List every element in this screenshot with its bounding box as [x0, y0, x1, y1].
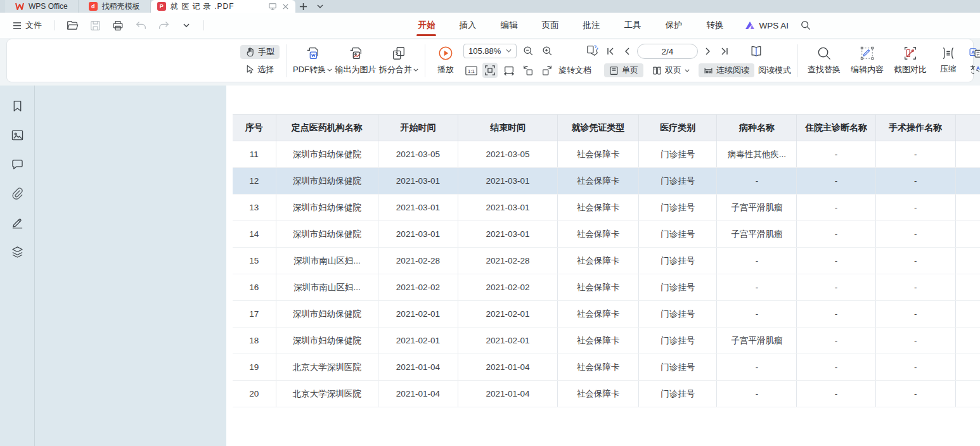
menu-tab[interactable]: 页面 — [530, 16, 570, 35]
tab-docer[interactable]: d 找稻壳模板 — [79, 0, 151, 13]
continuous-reading-button[interactable]: 连续阅读 — [699, 63, 754, 77]
new-tab-button[interactable] — [295, 0, 312, 13]
first-page-button[interactable] — [604, 45, 617, 58]
split-merge-button[interactable]: 拆分合并 — [379, 44, 418, 77]
table-row[interactable]: 17 深圳市妇幼保健院 2021-02-01 2021-02-01 社会保障卡 … — [233, 301, 980, 328]
tab-document[interactable]: P 就 医 记 录 .PDF — [151, 0, 295, 13]
attachment-icon[interactable] — [10, 186, 25, 201]
play-icon — [438, 46, 453, 61]
table-row[interactable]: 16 深圳市南山区妇... 2021-02-02 2021-02-02 社会保障… — [233, 274, 980, 301]
actual-size-button[interactable]: 1:1 — [463, 63, 479, 78]
translate-group: A 全文翻译 A 划词翻译 — [969, 47, 980, 75]
rotate-document-label[interactable]: 旋转文档 — [558, 65, 591, 76]
layers-icon[interactable] — [10, 244, 25, 259]
hand-tool-button[interactable]: 手型 — [240, 45, 280, 59]
page-indicator-input[interactable]: 2/4 — [637, 44, 698, 59]
monitor-icon[interactable] — [268, 3, 277, 11]
zoom-in-button[interactable] — [539, 43, 555, 58]
file-menu-button[interactable]: 文件 — [9, 17, 46, 34]
cell-operation: - — [875, 274, 955, 301]
play-button[interactable]: 播放 — [432, 44, 460, 77]
rotate-right-button[interactable] — [539, 63, 555, 78]
menu-tab[interactable]: 保护 — [654, 16, 693, 35]
previous-page-button[interactable] — [621, 45, 633, 58]
bookmark-icon[interactable] — [10, 98, 25, 113]
wps-ai-button[interactable]: WPS AI — [745, 21, 789, 30]
table-row[interactable]: 13 深圳市妇幼保健院 2021-03-01 2021-03-01 社会保障卡 … — [233, 194, 980, 221]
cell-org: 深圳市妇幼保健院 — [276, 194, 378, 221]
search-icon[interactable] — [797, 17, 814, 34]
cell-cert: 社会保障卡 — [557, 248, 638, 274]
read-mode-label[interactable]: 阅读模式 — [758, 65, 791, 76]
comment-icon[interactable] — [10, 156, 25, 172]
single-page-button[interactable]: 单页 — [604, 63, 643, 77]
next-page-button[interactable] — [702, 45, 714, 58]
find-replace-button[interactable]: 查找替换 — [804, 45, 844, 77]
table-row[interactable]: 18 深圳市妇幼保健院 2021-02-01 2021-02-01 社会保障卡 … — [233, 328, 980, 354]
thumbnail-icon[interactable] — [10, 127, 25, 143]
compress-button[interactable]: 压缩 — [934, 45, 963, 76]
signature-pen-icon[interactable] — [10, 215, 25, 230]
print-button[interactable] — [110, 17, 126, 34]
tab-docer-label: 找稻壳模板 — [102, 1, 140, 12]
cell-diagnosis: - — [797, 354, 875, 381]
cell-operation: - — [875, 168, 955, 194]
select-tool-button[interactable]: 选择 — [240, 63, 280, 77]
table-row[interactable]: 14 深圳市妇幼保健院 2021-03-01 2021-03-01 社会保障卡 … — [233, 221, 980, 248]
cell-category: 门诊挂号 — [638, 354, 717, 381]
cell-end: 2021-03-05 — [458, 141, 557, 168]
col-header-extra — [955, 115, 980, 141]
pdf-page[interactable]: 序号 定点医药机构名称 开始时间 结束时间 就诊凭证类型 医疗类别 病种名称 住… — [226, 86, 980, 446]
cell-extra — [955, 194, 980, 221]
output-as-image-button[interactable]: 输出为图片 — [336, 44, 375, 77]
last-page-button[interactable] — [718, 45, 731, 58]
tab-list-chevron-icon[interactable] — [312, 0, 328, 13]
rotate-left-button[interactable] — [520, 63, 536, 78]
word-translate-button[interactable]: A 划词翻译 — [969, 63, 980, 75]
cell-cert: 社会保障卡 — [557, 194, 638, 221]
zoom-out-button[interactable] — [520, 43, 536, 58]
menu-tab[interactable]: 批注 — [571, 16, 611, 35]
left-sidebar — [0, 86, 35, 446]
table-row[interactable]: 15 深圳市南山区妇... 2021-02-28 2021-02-28 社会保障… — [233, 248, 980, 274]
fit-width-button[interactable] — [501, 63, 517, 78]
zoom-level-select[interactable]: 105.88% — [463, 44, 517, 58]
screenshot-compare-button[interactable]: 截图对比 — [891, 44, 930, 77]
cell-start: 2021-03-01 — [378, 221, 458, 248]
menu-tab[interactable]: 转换 — [695, 16, 735, 35]
more-commands-chevron-icon[interactable] — [178, 17, 195, 34]
output-as-image-label: 输出为图片 — [335, 64, 377, 75]
edit-content-button[interactable]: 编辑内容 — [848, 44, 887, 77]
open-file-button[interactable] — [64, 17, 81, 34]
table-row[interactable]: 19 北京大学深圳医院 2021-01-04 2021-01-04 社会保障卡 … — [233, 354, 980, 381]
navigation-panel[interactable] — [35, 86, 226, 446]
pdf-convert-button[interactable]: PDF转换 — [293, 44, 332, 77]
table-row[interactable]: 20 北京大学深圳医院 2021-01-04 2021-01-04 社会保障卡 … — [233, 381, 980, 407]
save-button[interactable] — [87, 17, 103, 34]
chevron-down-icon — [327, 68, 332, 72]
cell-cert: 社会保障卡 — [557, 354, 638, 381]
table-row[interactable]: 11 深圳市妇幼保健院 2021-03-05 2021-03-05 社会保障卡 … — [233, 141, 980, 168]
cell-no: 11 — [233, 141, 276, 168]
menu-tab[interactable]: 插入 — [448, 16, 487, 35]
cell-operation: - — [875, 381, 955, 407]
ribbon-divider — [425, 44, 425, 77]
cell-diagnosis: - — [797, 221, 875, 248]
cell-category: 门诊挂号 — [638, 221, 717, 248]
cell-end: 2021-03-01 — [458, 168, 557, 194]
close-tab-icon[interactable] — [282, 3, 289, 10]
tab-wps-office[interactable]: WPS Office — [5, 0, 79, 13]
menu-tab[interactable]: 开始 — [406, 16, 446, 35]
cell-extra — [955, 274, 980, 301]
table-row[interactable]: 12 深圳市妇幼保健院 2021-03-01 2021-03-01 社会保障卡 … — [233, 168, 980, 194]
compress-label: 压缩 — [940, 63, 957, 75]
pointer-tools-group: 手型 选择 — [240, 45, 280, 77]
fit-page-button[interactable] — [482, 63, 498, 78]
menu-tab[interactable]: 编辑 — [489, 16, 529, 35]
full-translate-button[interactable]: A 全文翻译 — [969, 47, 980, 58]
redo-button[interactable] — [155, 17, 172, 34]
menu-tab[interactable]: 工具 — [612, 16, 652, 35]
undo-button[interactable] — [132, 17, 149, 34]
double-page-button[interactable]: 双页 — [647, 63, 695, 77]
content-area: 序号 定点医药机构名称 开始时间 结束时间 就诊凭证类型 医疗类别 病种名称 住… — [0, 86, 980, 446]
